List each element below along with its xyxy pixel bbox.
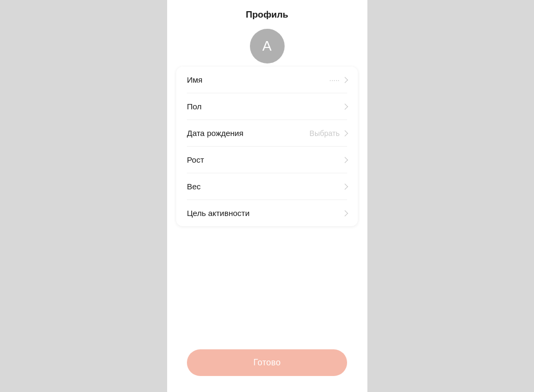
menu-item-label-weight: Вес bbox=[187, 182, 201, 191]
chevron-right-icon-gender bbox=[342, 103, 348, 109]
page-title: Профиль bbox=[246, 10, 288, 20]
chevron-right-icon-name bbox=[342, 77, 348, 83]
chevron-right-icon-activity_goal bbox=[342, 210, 348, 216]
menu-item-label-birthdate: Дата рождения bbox=[187, 129, 244, 138]
menu-item-value-name: ····· bbox=[329, 76, 340, 84]
chevron-right-icon-birthdate bbox=[342, 130, 348, 136]
menu-item-label-name: Имя bbox=[187, 75, 202, 84]
menu-item-weight[interactable]: Вес bbox=[187, 173, 347, 200]
menu-item-gender[interactable]: Пол bbox=[187, 93, 347, 120]
avatar[interactable]: A bbox=[250, 29, 285, 63]
phone-screen: Профиль A Имя·····ПолДата рожденияВыбрат… bbox=[167, 0, 367, 392]
menu-item-name[interactable]: Имя····· bbox=[187, 67, 347, 93]
profile-card: Имя·····ПолДата рожденияВыбратьРостВесЦе… bbox=[176, 67, 358, 226]
chevron-right-icon-weight bbox=[342, 183, 348, 189]
bottom-area: Готово bbox=[167, 339, 367, 392]
menu-item-label-activity_goal: Цель активности bbox=[187, 209, 249, 218]
menu-item-height[interactable]: Рост bbox=[187, 147, 347, 173]
menu-item-label-height: Рост bbox=[187, 155, 204, 164]
menu-item-activity_goal[interactable]: Цель активности bbox=[187, 200, 347, 226]
chevron-right-icon-height bbox=[342, 157, 348, 163]
menu-item-birthdate[interactable]: Дата рожденияВыбрать bbox=[187, 120, 347, 147]
avatar-letter: A bbox=[262, 38, 271, 54]
done-button[interactable]: Готово bbox=[187, 349, 347, 376]
menu-item-label-gender: Пол bbox=[187, 102, 202, 111]
menu-item-value-birthdate: Выбрать bbox=[310, 129, 340, 138]
